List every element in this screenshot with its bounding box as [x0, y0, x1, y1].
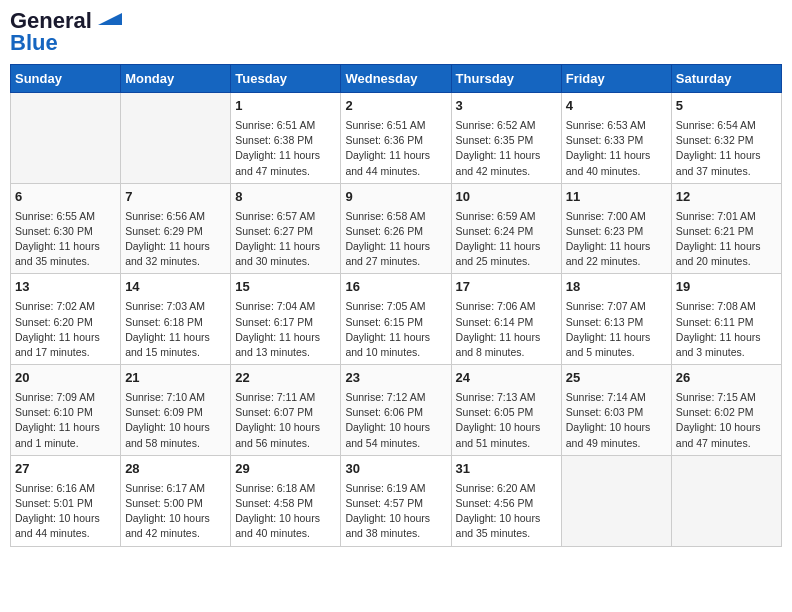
- day-info: Sunrise: 6:59 AM Sunset: 6:24 PM Dayligh…: [456, 209, 557, 270]
- calendar-week-4: 20Sunrise: 7:09 AM Sunset: 6:10 PM Dayli…: [11, 365, 782, 456]
- logo-general: General: [10, 10, 92, 32]
- calendar-cell: 20Sunrise: 7:09 AM Sunset: 6:10 PM Dayli…: [11, 365, 121, 456]
- day-info: Sunrise: 6:16 AM Sunset: 5:01 PM Dayligh…: [15, 481, 116, 542]
- day-info: Sunrise: 7:15 AM Sunset: 6:02 PM Dayligh…: [676, 390, 777, 451]
- day-info: Sunrise: 7:04 AM Sunset: 6:17 PM Dayligh…: [235, 299, 336, 360]
- day-number: 22: [235, 369, 336, 388]
- calendar-cell: 2Sunrise: 6:51 AM Sunset: 6:36 PM Daylig…: [341, 93, 451, 184]
- day-info: Sunrise: 6:56 AM Sunset: 6:29 PM Dayligh…: [125, 209, 226, 270]
- calendar-week-2: 6Sunrise: 6:55 AM Sunset: 6:30 PM Daylig…: [11, 183, 782, 274]
- day-number: 10: [456, 188, 557, 207]
- day-info: Sunrise: 6:57 AM Sunset: 6:27 PM Dayligh…: [235, 209, 336, 270]
- day-info: Sunrise: 7:11 AM Sunset: 6:07 PM Dayligh…: [235, 390, 336, 451]
- calendar-week-5: 27Sunrise: 6:16 AM Sunset: 5:01 PM Dayli…: [11, 455, 782, 546]
- calendar-cell: 19Sunrise: 7:08 AM Sunset: 6:11 PM Dayli…: [671, 274, 781, 365]
- day-number: 24: [456, 369, 557, 388]
- day-info: Sunrise: 7:10 AM Sunset: 6:09 PM Dayligh…: [125, 390, 226, 451]
- weekday-header-friday: Friday: [561, 65, 671, 93]
- day-number: 26: [676, 369, 777, 388]
- day-number: 12: [676, 188, 777, 207]
- day-info: Sunrise: 6:20 AM Sunset: 4:56 PM Dayligh…: [456, 481, 557, 542]
- day-number: 27: [15, 460, 116, 479]
- calendar-cell: 15Sunrise: 7:04 AM Sunset: 6:17 PM Dayli…: [231, 274, 341, 365]
- day-info: Sunrise: 7:13 AM Sunset: 6:05 PM Dayligh…: [456, 390, 557, 451]
- calendar-cell: 9Sunrise: 6:58 AM Sunset: 6:26 PM Daylig…: [341, 183, 451, 274]
- day-number: 23: [345, 369, 446, 388]
- day-number: 4: [566, 97, 667, 116]
- day-info: Sunrise: 7:09 AM Sunset: 6:10 PM Dayligh…: [15, 390, 116, 451]
- calendar-body: 1Sunrise: 6:51 AM Sunset: 6:38 PM Daylig…: [11, 93, 782, 547]
- logo: General Blue: [10, 10, 126, 54]
- day-number: 9: [345, 188, 446, 207]
- calendar-cell: [671, 455, 781, 546]
- calendar-cell: 6Sunrise: 6:55 AM Sunset: 6:30 PM Daylig…: [11, 183, 121, 274]
- day-number: 13: [15, 278, 116, 297]
- day-info: Sunrise: 6:17 AM Sunset: 5:00 PM Dayligh…: [125, 481, 226, 542]
- day-number: 14: [125, 278, 226, 297]
- day-number: 25: [566, 369, 667, 388]
- day-info: Sunrise: 7:03 AM Sunset: 6:18 PM Dayligh…: [125, 299, 226, 360]
- day-number: 29: [235, 460, 336, 479]
- day-number: 11: [566, 188, 667, 207]
- logo-blue: Blue: [10, 32, 58, 54]
- day-info: Sunrise: 7:08 AM Sunset: 6:11 PM Dayligh…: [676, 299, 777, 360]
- day-number: 31: [456, 460, 557, 479]
- calendar-week-1: 1Sunrise: 6:51 AM Sunset: 6:38 PM Daylig…: [11, 93, 782, 184]
- calendar-cell: 4Sunrise: 6:53 AM Sunset: 6:33 PM Daylig…: [561, 93, 671, 184]
- logo-arrow-icon: [94, 9, 126, 29]
- calendar-cell: 30Sunrise: 6:19 AM Sunset: 4:57 PM Dayli…: [341, 455, 451, 546]
- day-info: Sunrise: 6:19 AM Sunset: 4:57 PM Dayligh…: [345, 481, 446, 542]
- calendar-cell: [561, 455, 671, 546]
- weekday-header-sunday: Sunday: [11, 65, 121, 93]
- day-info: Sunrise: 7:02 AM Sunset: 6:20 PM Dayligh…: [15, 299, 116, 360]
- day-info: Sunrise: 6:51 AM Sunset: 6:36 PM Dayligh…: [345, 118, 446, 179]
- day-number: 8: [235, 188, 336, 207]
- calendar-cell: 3Sunrise: 6:52 AM Sunset: 6:35 PM Daylig…: [451, 93, 561, 184]
- day-info: Sunrise: 7:00 AM Sunset: 6:23 PM Dayligh…: [566, 209, 667, 270]
- weekday-header-wednesday: Wednesday: [341, 65, 451, 93]
- day-number: 7: [125, 188, 226, 207]
- day-number: 28: [125, 460, 226, 479]
- calendar-cell: 14Sunrise: 7:03 AM Sunset: 6:18 PM Dayli…: [121, 274, 231, 365]
- calendar-cell: 29Sunrise: 6:18 AM Sunset: 4:58 PM Dayli…: [231, 455, 341, 546]
- page-header: General Blue: [10, 10, 782, 54]
- calendar-cell: [11, 93, 121, 184]
- day-info: Sunrise: 6:54 AM Sunset: 6:32 PM Dayligh…: [676, 118, 777, 179]
- calendar-cell: 13Sunrise: 7:02 AM Sunset: 6:20 PM Dayli…: [11, 274, 121, 365]
- calendar-cell: 5Sunrise: 6:54 AM Sunset: 6:32 PM Daylig…: [671, 93, 781, 184]
- day-info: Sunrise: 6:55 AM Sunset: 6:30 PM Dayligh…: [15, 209, 116, 270]
- day-number: 16: [345, 278, 446, 297]
- svg-marker-0: [98, 13, 122, 25]
- weekday-header-thursday: Thursday: [451, 65, 561, 93]
- calendar-cell: 31Sunrise: 6:20 AM Sunset: 4:56 PM Dayli…: [451, 455, 561, 546]
- calendar-table: SundayMondayTuesdayWednesdayThursdayFrid…: [10, 64, 782, 547]
- calendar-cell: 18Sunrise: 7:07 AM Sunset: 6:13 PM Dayli…: [561, 274, 671, 365]
- calendar-cell: 7Sunrise: 6:56 AM Sunset: 6:29 PM Daylig…: [121, 183, 231, 274]
- day-info: Sunrise: 6:58 AM Sunset: 6:26 PM Dayligh…: [345, 209, 446, 270]
- calendar-week-3: 13Sunrise: 7:02 AM Sunset: 6:20 PM Dayli…: [11, 274, 782, 365]
- calendar-cell: 12Sunrise: 7:01 AM Sunset: 6:21 PM Dayli…: [671, 183, 781, 274]
- calendar-cell: 22Sunrise: 7:11 AM Sunset: 6:07 PM Dayli…: [231, 365, 341, 456]
- day-number: 19: [676, 278, 777, 297]
- day-info: Sunrise: 6:51 AM Sunset: 6:38 PM Dayligh…: [235, 118, 336, 179]
- day-number: 21: [125, 369, 226, 388]
- day-number: 2: [345, 97, 446, 116]
- day-number: 20: [15, 369, 116, 388]
- weekday-header-monday: Monday: [121, 65, 231, 93]
- day-info: Sunrise: 7:01 AM Sunset: 6:21 PM Dayligh…: [676, 209, 777, 270]
- day-number: 15: [235, 278, 336, 297]
- calendar-cell: 17Sunrise: 7:06 AM Sunset: 6:14 PM Dayli…: [451, 274, 561, 365]
- weekday-header-tuesday: Tuesday: [231, 65, 341, 93]
- calendar-cell: 26Sunrise: 7:15 AM Sunset: 6:02 PM Dayli…: [671, 365, 781, 456]
- calendar-cell: 8Sunrise: 6:57 AM Sunset: 6:27 PM Daylig…: [231, 183, 341, 274]
- calendar-cell: 11Sunrise: 7:00 AM Sunset: 6:23 PM Dayli…: [561, 183, 671, 274]
- calendar-cell: 16Sunrise: 7:05 AM Sunset: 6:15 PM Dayli…: [341, 274, 451, 365]
- day-info: Sunrise: 7:06 AM Sunset: 6:14 PM Dayligh…: [456, 299, 557, 360]
- calendar-cell: 27Sunrise: 6:16 AM Sunset: 5:01 PM Dayli…: [11, 455, 121, 546]
- calendar-cell: 25Sunrise: 7:14 AM Sunset: 6:03 PM Dayli…: [561, 365, 671, 456]
- calendar-cell: 21Sunrise: 7:10 AM Sunset: 6:09 PM Dayli…: [121, 365, 231, 456]
- day-info: Sunrise: 7:14 AM Sunset: 6:03 PM Dayligh…: [566, 390, 667, 451]
- day-info: Sunrise: 7:12 AM Sunset: 6:06 PM Dayligh…: [345, 390, 446, 451]
- day-number: 6: [15, 188, 116, 207]
- day-number: 17: [456, 278, 557, 297]
